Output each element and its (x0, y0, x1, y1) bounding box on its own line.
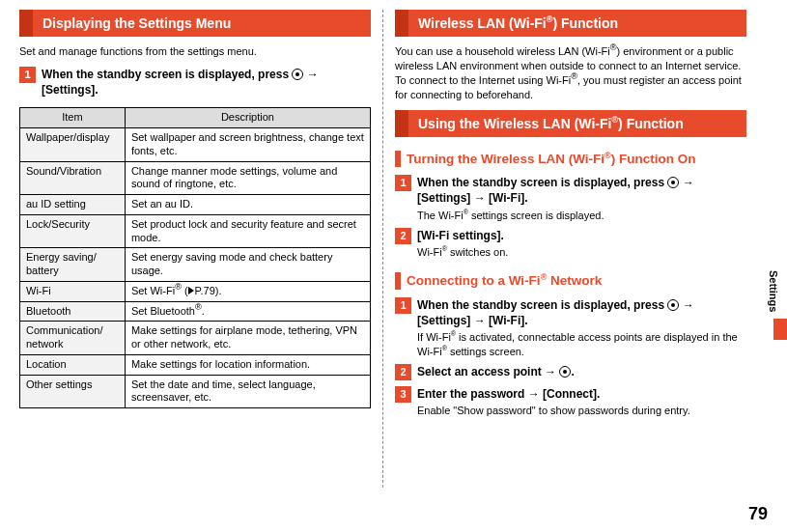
settings-step-1: 1 When the standby screen is displayed, … (19, 67, 371, 98)
center-key-icon (559, 366, 571, 378)
table-row: Sound/VibrationChange manner mode settin… (20, 161, 371, 195)
wlan-intro-1: You can use a household wireless LAN (Wi… (395, 44, 746, 101)
left-column: Displaying the Settings Menu Set and man… (8, 10, 382, 488)
table-header-item: Item (20, 108, 126, 128)
connect-step3-title: Enter the password → [Connect]. (417, 386, 746, 402)
connect-step2-title: Select an access point → . (417, 364, 746, 379)
turn-on-step1-sub: The Wi-Fi® settings screen is displayed. (417, 209, 746, 222)
section-banner-settings: Displaying the Settings Menu (19, 10, 371, 37)
turn-on-step1-title: When the standby screen is displayed, pr… (417, 175, 746, 206)
subheading-turn-on: Turning the Wireless LAN (Wi-Fi®) Functi… (395, 151, 746, 168)
table-row: Lock/SecuritySet product lock and securi… (20, 214, 371, 248)
step-number-1: 1 (395, 297, 411, 314)
connect-step-2: 2 Select an access point → . (395, 364, 746, 380)
turn-on-step2-title: [Wi-Fi settings]. (417, 228, 746, 243)
connect-step3-sub: Enable "Show password" to show passwords… (417, 404, 746, 417)
turn-on-step-1: 1 When the standby screen is displayed, … (395, 175, 746, 222)
subheading-connect: Connecting to a Wi-Fi® Network (395, 272, 746, 290)
connect-step1-title: When the standby screen is displayed, pr… (417, 297, 746, 328)
arrow-icon: → (307, 68, 319, 81)
table-row: Communication/ networkMake settings for … (20, 322, 371, 355)
page-number: 79 (748, 504, 768, 524)
table-row: BluetoothSet Bluetooth®. (20, 301, 371, 322)
arrow-icon: → (683, 176, 694, 189)
step-number-2: 2 (395, 228, 411, 244)
section-banner-using-wlan: Using the Wireless LAN (Wi-Fi®) Function (395, 110, 746, 137)
ref-triangle-icon (188, 287, 194, 294)
turn-on-step2-sub: Wi-Fi® switches on. (417, 245, 746, 259)
center-key-icon (292, 69, 303, 80)
section-banner-wlan: Wireless LAN (Wi-Fi®) Function (395, 10, 746, 37)
step-number-1: 1 (395, 175, 411, 191)
table-row: Other settingsSet the date and time, sel… (20, 375, 371, 408)
step-number-3: 3 (395, 386, 411, 403)
step-number-1: 1 (19, 67, 36, 83)
side-tab-marker (773, 319, 787, 340)
connect-step1-sub: If Wi-Fi® is activated, connectable acce… (417, 330, 746, 358)
table-header-desc: Description (125, 108, 370, 128)
turn-on-step-2: 2 [Wi-Fi settings]. Wi-Fi® switches on. (395, 228, 746, 259)
table-row: au ID settingSet an au ID. (20, 195, 371, 215)
settings-step1-text: When the standby screen is displayed, pr… (42, 67, 371, 98)
right-column: Wireless LAN (Wi-Fi®) Function You can u… (383, 10, 758, 488)
table-row: Wi-FiSet Wi-Fi® (P.79). (20, 281, 371, 301)
step-number-2: 2 (395, 364, 411, 380)
connect-step-1: 1 When the standby screen is displayed, … (395, 297, 746, 358)
center-key-icon (667, 299, 679, 311)
settings-intro: Set and manage functions from the settin… (19, 44, 371, 59)
table-row: LocationMake settings for location infor… (20, 354, 371, 375)
table-row: Energy saving/ batterySet energy saving … (20, 248, 371, 282)
table-row: Wallpaper/displaySet wallpaper and scree… (20, 128, 371, 162)
side-tab-label: Settings (768, 270, 779, 312)
settings-table: Item Description Wallpaper/displaySet wa… (19, 107, 371, 408)
connect-step-3: 3 Enter the password → [Connect]. Enable… (395, 386, 746, 417)
center-key-icon (667, 177, 679, 188)
arrow-icon: → (683, 298, 694, 312)
